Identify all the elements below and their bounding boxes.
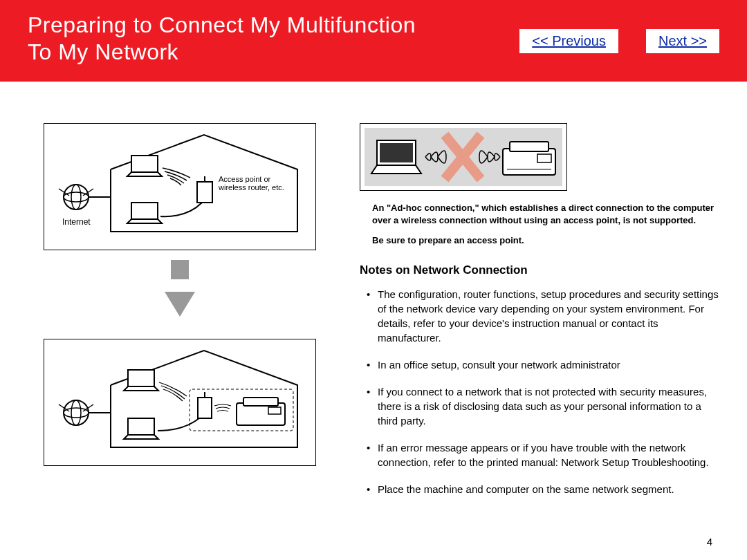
svg-marker-16 (124, 435, 158, 439)
arrow-down-icon (165, 260, 195, 329)
adhoc-diagram (360, 123, 567, 191)
svg-point-7 (64, 185, 89, 209)
network-after-diagram (44, 339, 316, 466)
content-area: Access point or wireless router, etc. In… (0, 82, 747, 509)
internet-label: Internet (62, 217, 91, 227)
svg-point-23 (64, 400, 89, 425)
svg-rect-37 (537, 154, 551, 162)
svg-rect-21 (243, 398, 278, 406)
notes-list: The configuration, router functions, set… (360, 287, 719, 496)
svg-marker-3 (127, 219, 162, 223)
svg-rect-32 (380, 143, 413, 162)
list-item: In an office setup, consult your network… (364, 357, 719, 372)
adhoc-instruction-text: Be sure to prepare an access point. (372, 234, 719, 247)
svg-text:Access point or
          wire: Access point or wireless router, etc. (218, 175, 284, 192)
svg-rect-36 (510, 142, 548, 151)
svg-rect-4 (197, 182, 212, 203)
svg-marker-1 (127, 172, 162, 176)
next-button[interactable]: Next >> (646, 29, 719, 53)
svg-rect-22 (268, 407, 281, 414)
previous-button[interactable]: << Previous (519, 29, 618, 53)
svg-rect-13 (128, 370, 154, 386)
nav-buttons: << Previous Next >> (519, 29, 719, 53)
network-before-diagram: Access point or wireless router, etc. In… (44, 123, 316, 250)
list-item: If an error message appears or if you ha… (364, 440, 719, 469)
list-item: Place the machine and computer on the sa… (364, 482, 719, 496)
notes-heading: Notes on Network Connection (360, 263, 719, 277)
right-column: An "Ad-hoc connection," which establishe… (360, 123, 719, 509)
list-item: If you connect to a network that is not … (364, 384, 719, 428)
svg-rect-18 (198, 398, 212, 418)
svg-marker-31 (371, 165, 421, 174)
svg-rect-2 (131, 203, 158, 219)
svg-rect-0 (131, 156, 158, 172)
left-column: Access point or wireless router, etc. In… (28, 123, 332, 509)
svg-marker-14 (124, 386, 158, 391)
adhoc-warning-text: An "Ad-hoc connection," which establishe… (372, 202, 719, 226)
list-item: The configuration, router functions, set… (364, 287, 719, 345)
page-number: 4 (707, 536, 712, 548)
svg-rect-15 (128, 418, 154, 435)
header-banner: Preparing to Connect My Multifunction To… (0, 0, 747, 82)
